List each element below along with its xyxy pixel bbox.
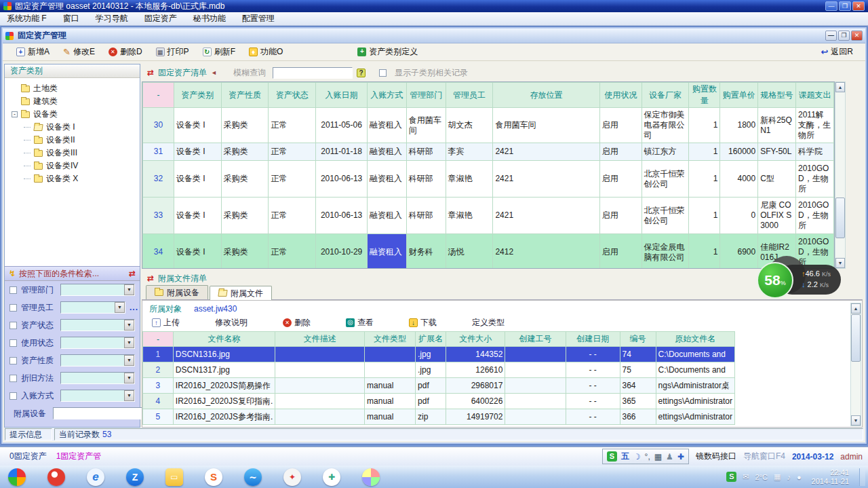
column-header-入账日期[interactable]: 入账日期 [316,83,368,108]
column-header-文件名称[interactable]: 文件名称 [173,332,275,347]
browser-red-icon[interactable] [47,468,65,486]
tray-keyboard-icon[interactable]: ▦ [774,472,781,481]
paint-icon[interactable] [362,468,380,486]
tree-item-设备类 X[interactable]: 设备类 X [5,172,140,185]
filter-dropdown[interactable]: ▼ [60,284,135,296]
chevron-down-icon[interactable]: ▼ [124,320,134,331]
tray-volume-icon[interactable]: ♪ [787,473,791,481]
mdi-window-button-1[interactable]: 1固定资产管 [56,451,102,462]
subcategory-checkbox[interactable] [379,69,387,77]
column-header-购置单价[interactable]: 购置单价 [720,83,758,108]
class-define-button[interactable]: +资产类别定义 [357,46,418,58]
filter-checkbox[interactable] [9,392,17,400]
column-header-创建工号[interactable]: 创建工号 [505,332,566,347]
scroll-thumb[interactable] [851,314,861,362]
attach-button-upload-icon[interactable]: ↑上传 [152,317,180,329]
toolbar-button-print-icon[interactable]: ▦打印P [156,46,189,58]
memory-percent-ball[interactable]: 58 % [757,262,793,299]
filter-dropdown[interactable]: ▼ [60,372,135,384]
column-header-编号[interactable]: 编号 [620,332,656,347]
chinese-mode-icon[interactable]: 五 [621,451,629,462]
filter-checkbox[interactable] [9,286,17,294]
filter-checkbox[interactable] [9,375,17,382]
column-header--[interactable]: - [143,83,174,108]
tray-mail-icon[interactable]: ✉ [743,472,749,481]
filter-checkbox[interactable] [9,304,17,312]
tab-附属设备[interactable]: 附属设备 [146,285,208,299]
tray-antivirus-icon[interactable]: S [726,472,736,482]
scroll-up-icon[interactable]: ▲ [851,303,861,314]
table-row[interactable]: 33设备类 I采购类正常2010-06-13融资租入科研部章淑艳2421启用北京… [143,198,834,234]
menu-item-3[interactable]: 固定资产 [144,13,177,24]
tree-item-土地类[interactable]: 土地类 [5,82,140,95]
scroll-down-icon[interactable]: ▼ [851,415,861,426]
sogou-ime-icon[interactable]: S [607,451,617,462]
chevron-down-icon[interactable]: ▼ [124,284,134,295]
attachment-row[interactable]: 5IR2016J_2020JS参考指南.manualzip14919702- -… [143,409,735,425]
column-header-扩展名[interactable]: 扩展名 [416,332,446,347]
minimize-button[interactable]: — [825,1,837,11]
attach-button-view-icon[interactable]: ◎查看 [346,317,374,329]
moon-icon[interactable]: ☽ [633,452,641,462]
attachments-scrollbar[interactable]: ▲ ▼ [850,303,861,426]
filter-checkbox[interactable] [9,322,17,329]
column-header-管理部门[interactable]: 管理部门 [406,83,446,108]
chevron-down-icon[interactable]: ▼ [124,337,134,348]
table-row[interactable]: 30设备类 I采购类正常2011-05-06融资租入食用菌车间胡文杰食用菌车间启… [143,108,834,143]
filter-checkbox[interactable] [9,357,17,364]
attach-button-定义类型[interactable]: 定义类型 [472,317,505,329]
table-row[interactable]: 32设备类 I采购类正常2010-06-13融资租入科研部章淑艳2421启用北京… [143,161,834,198]
column-header-存放位置[interactable]: 存放位置 [493,83,599,108]
scroll-thumb[interactable] [835,198,845,238]
column-header-设备厂家[interactable]: 设备厂家 [642,83,689,108]
scroll-up-icon[interactable]: ▲ [835,82,845,92]
column-header-管理员工[interactable]: 管理员工 [446,83,493,108]
restore-button[interactable]: ❐ [839,1,851,11]
tree-item-设备类 I[interactable]: 设备类 I [5,121,140,134]
menu-item-5[interactable]: 配置管理 [242,13,275,24]
column-header--[interactable]: - [143,332,174,347]
wrench-icon[interactable]: ✚ [677,452,684,462]
column-header-规格型号[interactable]: 规格型号 [758,83,796,108]
attachment-row[interactable]: 1DSCN1316.jpg.jpg144352- -74C:\Documents… [143,347,735,362]
browser-blue-icon[interactable]: ∼ [244,468,262,486]
column-header-资产类别[interactable]: 资产类别 [174,83,221,108]
column-header-原始文件名[interactable]: 原始文件名 [656,332,734,347]
menu-item-4[interactable]: 秘书功能 [193,13,226,24]
toolbar-button-delete-icon[interactable]: ✕删除D [108,46,142,58]
menu-item-2[interactable]: 学习导航 [96,13,128,24]
mdi-window-button-0[interactable]: 0固定资产 [9,451,47,462]
user-icon[interactable]: ♟ [666,452,673,462]
tree-expander-icon[interactable]: - [12,111,18,117]
net-speed-widget[interactable]: ↑46.6 K/s ↓ 2.2 K/s 58 % [757,260,849,301]
tree-item-设备类III[interactable]: 设备类III [5,147,140,159]
tab-附属文件[interactable]: 附属文件 [210,286,272,300]
column-header-课题支出[interactable]: 课题支出 [796,83,834,108]
tools-icon[interactable]: ✚ [323,468,340,486]
attachment-row[interactable]: 4IR2016J_2020JS复印指南.manualpdf6400226- -3… [143,394,735,409]
column-header-使用状况[interactable]: 使用状况 [599,83,642,108]
filter-dropdown[interactable]: ▼ [60,319,135,331]
close-button[interactable]: ✕ [852,1,865,11]
thunder-icon[interactable]: Z [126,468,144,486]
asset-table-scrollbar[interactable]: ▲ ▼ [835,81,846,269]
column-header-文件描述[interactable]: 文件描述 [275,332,365,347]
back-button[interactable]: ↩返回R [821,46,853,58]
chevron-down-icon[interactable]: ▼ [115,302,125,313]
attach-button-修改说明[interactable]: 修改说明 [215,317,248,329]
filter-dropdown[interactable]: ▼ [60,301,125,314]
nav-window-label[interactable]: 导航窗口F4 [743,451,785,462]
filter-dropdown[interactable]: ▼ [60,337,135,349]
tree-item-设备类[interactable]: -设备类 [5,108,140,121]
search-helper-icon[interactable]: ? [357,69,366,77]
chevron-down-icon[interactable]: ▼ [124,355,134,366]
ie-icon[interactable]: e [87,468,104,486]
filter-dropdown[interactable]: ▼ [60,354,135,367]
compass-icon[interactable]: ✦ [283,468,301,486]
chevron-down-icon[interactable]: ▼ [124,373,134,383]
toolbar-button-refresh-icon[interactable]: ↻刷新F [203,46,235,58]
filter-checkbox[interactable] [9,339,17,347]
attachment-row[interactable]: 3IR2016J_2020JS简易操作manualpdf2968017- -36… [143,378,735,394]
column-header-资产性质[interactable]: 资产性质 [221,83,269,108]
column-header-购置数量[interactable]: 购置数量 [689,83,720,108]
